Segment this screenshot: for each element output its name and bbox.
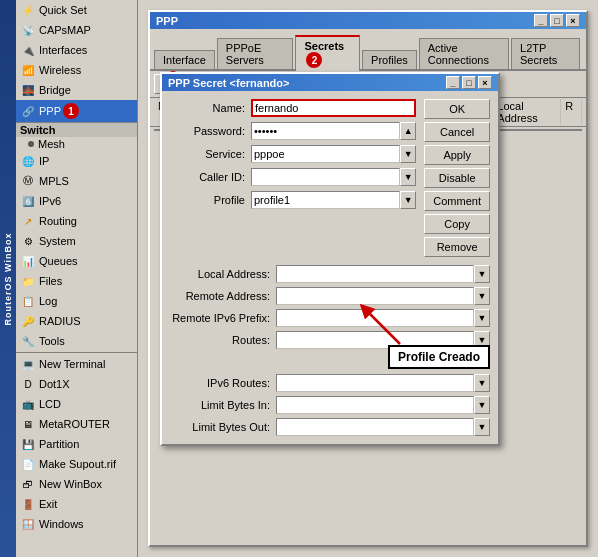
maximize-button[interactable]: □ xyxy=(550,14,564,27)
sidebar-item-make-supout[interactable]: 📄 Make Supout.rif xyxy=(16,454,137,474)
sidebar-item-lcd[interactable]: 📺 LCD xyxy=(16,394,137,414)
name-input[interactable] xyxy=(251,99,416,117)
sidebar-item-routing[interactable]: ↗ Routing xyxy=(16,211,137,231)
routes-label: Routes: xyxy=(170,334,270,346)
local-addr-dropdown[interactable]: ▼ xyxy=(474,265,490,283)
profile-input[interactable] xyxy=(251,191,400,209)
sidebar-item-dot1x[interactable]: D Dot1X xyxy=(16,374,137,394)
remote-ipv6-input[interactable] xyxy=(276,309,474,327)
sidebar-item-exit[interactable]: 🚪 Exit xyxy=(16,494,137,514)
password-dropdown-btn[interactable]: ▲ xyxy=(400,122,416,140)
limit-bytes-in-dropdown[interactable]: ▼ xyxy=(474,396,490,414)
sidebar-item-label: System xyxy=(39,235,76,247)
apply-button[interactable]: Apply xyxy=(424,145,490,165)
limit-bytes-in-label: Limit Bytes In: xyxy=(170,399,270,411)
service-input[interactable] xyxy=(251,145,400,163)
caller-id-label: Caller ID: xyxy=(170,171,245,183)
limit-bytes-out-dropdown[interactable]: ▼ xyxy=(474,418,490,436)
service-label: Service: xyxy=(170,148,245,160)
limit-bytes-in-input[interactable] xyxy=(276,396,474,414)
copy-button[interactable]: Copy xyxy=(424,214,490,234)
sidebar-item-radius[interactable]: 🔑 RADIUS xyxy=(16,311,137,331)
sidebar-item-queues[interactable]: 📊 Queues xyxy=(16,251,137,271)
tab-l2tp-secrets[interactable]: L2TP Secrets xyxy=(511,38,580,69)
profile-row: Profile ▼ xyxy=(170,191,416,209)
ipv6-icon: 6️⃣ xyxy=(21,194,35,208)
secrets-tab-badge: 2 xyxy=(306,52,322,68)
sidebar-item-tools[interactable]: 🔧 Tools xyxy=(16,331,137,351)
supout-icon: 📄 xyxy=(21,457,35,471)
sidebar-item-interfaces[interactable]: 🔌 Interfaces xyxy=(16,40,137,60)
close-button[interactable]: × xyxy=(566,14,580,27)
terminal-icon: 💻 xyxy=(21,357,35,371)
remote-address-input[interactable] xyxy=(276,287,474,305)
caller-id-input[interactable] xyxy=(251,168,400,186)
remote-address-wrap: ▼ xyxy=(276,287,490,305)
limit-bytes-out-row: Limit Bytes Out: ▼ xyxy=(170,418,490,436)
secret-fields: Name: Password: ▲ Service: xyxy=(170,99,416,257)
limit-bytes-out-input[interactable] xyxy=(276,418,474,436)
sidebar-item-system[interactable]: ⚙ System xyxy=(16,231,137,251)
tab-interface[interactable]: Interface xyxy=(154,50,215,69)
sidebar-item-label: Partition xyxy=(39,438,79,450)
sidebar-item-bridge[interactable]: 🌉 Bridge xyxy=(16,80,137,100)
service-dropdown-btn[interactable]: ▼ xyxy=(400,145,416,163)
sidebar-item-ip[interactable]: 🌐 IP xyxy=(16,151,137,171)
minimize-button[interactable]: _ xyxy=(534,14,548,27)
ok-button[interactable]: OK xyxy=(424,99,490,119)
sidebar-item-quickset[interactable]: ⚡ Quick Set xyxy=(16,0,137,20)
cancel-button[interactable]: Cancel xyxy=(424,122,490,142)
col-local-address: Local Address xyxy=(493,99,561,125)
sidebar-item-mpls[interactable]: Ⓜ MPLS xyxy=(16,171,137,191)
secret-maximize-button[interactable]: □ xyxy=(462,76,476,89)
profile-dropdown-btn[interactable]: ▼ xyxy=(400,191,416,209)
remote-ipv6-row: Remote IPv6 Prefix: ▼ xyxy=(170,309,490,327)
lower-dialog-fields: Local Address: ▼ Remote Address: ▼ Remot… xyxy=(162,265,498,444)
sidebar-item-label: Queues xyxy=(39,255,78,267)
caller-id-input-wrap: ▼ xyxy=(251,168,416,186)
routing-icon: ↗ xyxy=(21,214,35,228)
lcd-icon: 📺 xyxy=(21,397,35,411)
limit-bytes-in-wrap: ▼ xyxy=(276,396,490,414)
sidebar-item-label: RADIUS xyxy=(39,315,81,327)
sidebar-item-new-terminal[interactable]: 💻 New Terminal xyxy=(16,354,137,374)
sidebar-item-new-winbox[interactable]: 🗗 New WinBox xyxy=(16,474,137,494)
sidebar-item-windows[interactable]: 🪟 Windows xyxy=(16,514,137,534)
secret-close-button[interactable]: × xyxy=(478,76,492,89)
ipv6-routes-input[interactable] xyxy=(276,374,474,392)
caller-id-dropdown-btn[interactable]: ▼ xyxy=(400,168,416,186)
sidebar-item-wireless[interactable]: 📶 Wireless xyxy=(16,60,137,80)
tab-secrets[interactable]: Secrets 2 xyxy=(295,35,360,71)
sidebar-item-partition[interactable]: 💾 Partition xyxy=(16,434,137,454)
sidebar-item-label: Make Supout.rif xyxy=(39,458,116,470)
password-input[interactable] xyxy=(251,122,400,140)
tab-active-connections[interactable]: Active Connections xyxy=(419,38,509,69)
sidebar-item-ppp[interactable]: 🔗 PPP 1 xyxy=(16,100,137,122)
ip-icon: 🌐 xyxy=(21,154,35,168)
sidebar-item-label: LCD xyxy=(39,398,61,410)
remote-addr-dropdown[interactable]: ▼ xyxy=(474,287,490,305)
tab-profiles[interactable]: Profiles xyxy=(362,50,417,69)
sidebar-item-mesh[interactable]: Mesh xyxy=(16,137,137,151)
remote-ipv6-dropdown[interactable]: ▼ xyxy=(474,309,490,327)
sidebar-item-metarouter[interactable]: 🖥 MetaROUTER xyxy=(16,414,137,434)
sidebar-item-capsman[interactable]: 📡 CAPsMAP xyxy=(16,20,137,40)
remove-button[interactable]: Remove xyxy=(424,237,490,257)
sidebar-item-label: New WinBox xyxy=(39,478,102,490)
local-address-input[interactable] xyxy=(276,265,474,283)
dialog-buttons: OK Cancel Apply Disable Comment Copy Rem… xyxy=(424,99,490,257)
sidebar-item-files[interactable]: 📁 Files xyxy=(16,271,137,291)
sidebar-item-label: MetaROUTER xyxy=(39,418,110,430)
secret-dialog-content: Name: Password: ▲ Service: xyxy=(162,91,498,265)
secret-minimize-button[interactable]: _ xyxy=(446,76,460,89)
disable-button[interactable]: Disable xyxy=(424,168,490,188)
quickset-icon: ⚡ xyxy=(21,3,35,17)
sidebar-item-ipv6[interactable]: 6️⃣ IPv6 xyxy=(16,191,137,211)
sidebar-item-label: Tools xyxy=(39,335,65,347)
sidebar-item-label: MPLS xyxy=(39,175,69,187)
comment-button[interactable]: Comment xyxy=(424,191,490,211)
ipv6-routes-dropdown[interactable]: ▼ xyxy=(474,374,490,392)
sidebar-item-log[interactable]: 📋 Log xyxy=(16,291,137,311)
tab-pppoe-servers[interactable]: PPPoE Servers xyxy=(217,38,294,69)
local-address-label: Local Address: xyxy=(170,268,270,280)
